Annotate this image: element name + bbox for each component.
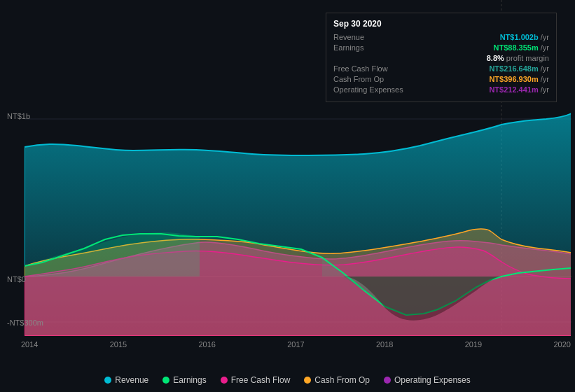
tooltip-opex-label: Operating Expenses	[333, 85, 403, 94]
y-label-mid: NT$0	[7, 275, 26, 284]
tooltip-earnings-row: Earnings NT$88.355m /yr	[333, 43, 549, 52]
x-label-2014: 2014	[21, 340, 38, 349]
tooltip-cashfromop-row: Cash From Op NT$396.930m /yr	[333, 75, 549, 83]
tooltip-cashfromop-value: NT$396.930m /yr	[489, 75, 549, 83]
x-label-2016: 2016	[199, 340, 216, 349]
legend-cashfromop-dot	[304, 377, 311, 384]
tooltip-revenue-row: Revenue NT$1.002b /yr	[333, 33, 549, 41]
tooltip-cashfromop-label: Cash From Op	[333, 75, 384, 83]
chart-legend: Revenue Earnings Free Cash Flow Cash Fro…	[0, 375, 575, 385]
legend-earnings[interactable]: Earnings	[162, 375, 206, 385]
tooltip-fcf-value: NT$216.648m /yr	[489, 64, 549, 73]
tooltip-earnings-label: Earnings	[333, 43, 363, 52]
x-label-2018: 2018	[376, 340, 393, 349]
legend-revenue[interactable]: Revenue	[104, 375, 148, 385]
legend-fcf-label: Free Cash Flow	[231, 375, 291, 385]
x-label-2015: 2015	[110, 340, 127, 349]
x-label-2020: 2020	[554, 340, 571, 349]
legend-earnings-dot	[162, 377, 169, 384]
tooltip-revenue-value: NT$1.002b /yr	[500, 33, 549, 41]
y-label-bot: -NT$300m	[7, 318, 43, 327]
tooltip-margin-value: 8.8% profit margin	[487, 54, 549, 62]
legend-earnings-label: Earnings	[173, 375, 206, 385]
tooltip-revenue-label: Revenue	[333, 33, 364, 41]
x-axis-labels: 2014 2015 2016 2017 2018 2019 2020	[21, 340, 571, 349]
legend-fcf-dot	[221, 377, 228, 384]
tooltip-title: Sep 30 2020	[333, 19, 549, 29]
tooltip-opex-row: Operating Expenses NT$212.441m /yr	[333, 85, 549, 94]
tooltip-earnings-value: NT$88.355m /yr	[494, 43, 550, 52]
tooltip-panel: Sep 30 2020 Revenue NT$1.002b /yr Earnin…	[326, 13, 557, 102]
legend-cashfromop-label: Cash From Op	[314, 375, 370, 385]
x-label-2017: 2017	[287, 340, 304, 349]
tooltip-fcf-label: Free Cash Flow	[333, 64, 388, 73]
legend-opex[interactable]: Operating Expenses	[384, 375, 471, 385]
tooltip-margin-row: 8.8% profit margin	[333, 54, 549, 62]
y-label-top: NT$1b	[7, 112, 30, 120]
legend-revenue-dot	[104, 377, 111, 384]
x-label-2019: 2019	[465, 340, 482, 349]
legend-opex-dot	[384, 377, 391, 384]
tooltip-opex-value: NT$212.441m /yr	[489, 85, 549, 94]
legend-fcf[interactable]: Free Cash Flow	[221, 375, 291, 385]
legend-opex-label: Operating Expenses	[394, 375, 471, 385]
legend-revenue-label: Revenue	[115, 375, 148, 385]
tooltip-fcf-row: Free Cash Flow NT$216.648m /yr	[333, 64, 549, 73]
legend-cashfromop[interactable]: Cash From Op	[304, 375, 370, 385]
